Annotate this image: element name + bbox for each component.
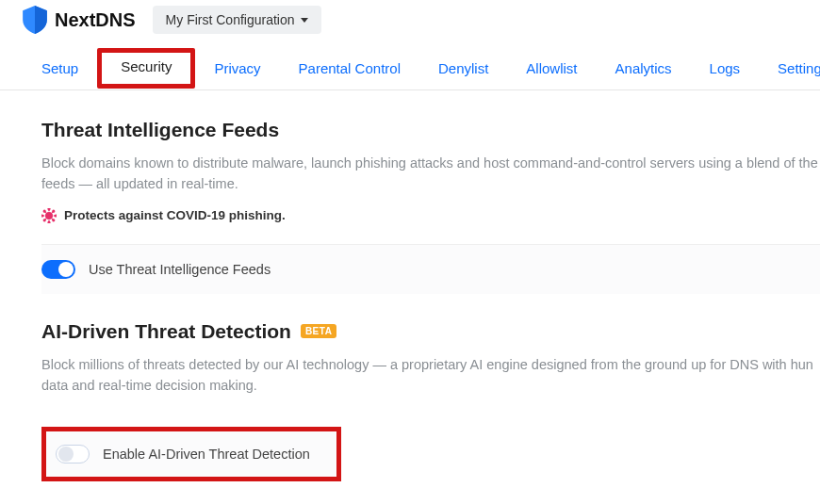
section-desc-threat-feeds: Block domains known to distribute malwar… (41, 153, 820, 195)
covid-note: Protects against COVID-19 phishing. (41, 208, 820, 223)
svg-point-8 (55, 215, 57, 217)
tab-logs[interactable]: Logs (691, 51, 760, 89)
config-selector-label: My First Configuration (166, 12, 295, 27)
config-selector[interactable]: My First Configuration (153, 6, 321, 34)
svg-point-12 (53, 219, 55, 221)
svg-point-4 (48, 221, 50, 223)
tab-analytics[interactable]: Analytics (597, 51, 691, 89)
content: Threat Intelligence Feeds Block domains … (0, 90, 820, 481)
toggle-row-threat-feeds: Use Threat Intelligence Feeds (41, 244, 820, 294)
toggle-knob (58, 262, 74, 277)
section-desc-ai-threat: Block millions of threats detected by ou… (41, 354, 820, 397)
tab-privacy[interactable]: Privacy (195, 51, 279, 89)
shield-icon (23, 6, 47, 34)
section-title-ai-threat: AI-Driven Threat Detection BETA (41, 320, 820, 343)
brand-name: NextDNS (55, 9, 136, 31)
chevron-down-icon (301, 18, 308, 23)
svg-point-2 (48, 208, 50, 210)
tab-allowlist[interactable]: Allowlist (507, 51, 596, 89)
section-title-threat-feeds: Threat Intelligence Feeds (41, 119, 820, 141)
toggle-label-ai-threat: Enable AI-Driven Threat Detection (103, 447, 310, 462)
section-ai-threat: AI-Driven Threat Detection BETA Block mi… (41, 320, 820, 481)
svg-point-6 (41, 215, 43, 217)
logo[interactable]: NextDNS (23, 6, 136, 34)
header: NextDNS My First Configuration (0, 0, 820, 34)
toggle-ai-threat[interactable] (56, 445, 90, 463)
section-threat-feeds: Threat Intelligence Feeds Block domains … (41, 119, 820, 294)
svg-point-10 (43, 210, 45, 212)
svg-point-0 (45, 212, 53, 219)
toggle-label-threat-feeds: Use Threat Intelligence Feeds (89, 262, 271, 277)
svg-point-14 (53, 210, 55, 212)
covid-note-text: Protects against COVID-19 phishing. (64, 208, 286, 222)
tab-security[interactable]: Security (97, 48, 195, 89)
section-title-ai-threat-text: AI-Driven Threat Detection (41, 320, 291, 343)
tab-setup[interactable]: Setup (23, 51, 97, 89)
beta-badge: BETA (301, 324, 336, 338)
tabs: Setup Security Privacy Parental Control … (0, 34, 820, 90)
virus-icon (41, 208, 57, 223)
tab-parental-control[interactable]: Parental Control (280, 51, 419, 89)
tab-denylist[interactable]: Denylist (419, 51, 507, 89)
tab-settings[interactable]: Settings (759, 51, 820, 89)
svg-point-16 (43, 219, 45, 221)
toggle-threat-feeds[interactable] (41, 260, 75, 279)
toggle-row-ai-threat: Enable AI-Driven Threat Detection (41, 427, 341, 481)
toggle-knob (58, 447, 74, 462)
